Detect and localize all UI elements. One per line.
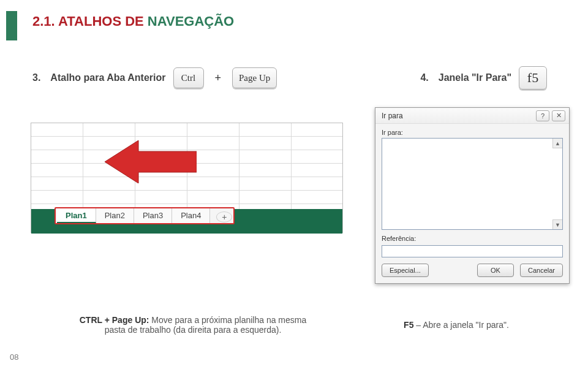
- scroll-up-icon[interactable]: ▲: [552, 139, 562, 148]
- sheet-tab[interactable]: Plan1: [57, 208, 96, 223]
- goto-listbox[interactable]: ▲ ▼: [382, 138, 563, 230]
- sheet-tab-area: Plan1 Plan2 Plan3 Plan4 +: [31, 209, 342, 234]
- sheet-tab[interactable]: Plan4: [172, 208, 210, 223]
- heading-highlight: NAVEGAÇÃO: [148, 13, 234, 29]
- key-pageup: Page Up: [232, 67, 277, 88]
- plus-sign: +: [215, 72, 222, 85]
- reference-label: Referência:: [382, 235, 563, 242]
- ok-button[interactable]: OK: [477, 264, 514, 277]
- sheet-tab-strip: Plan1 Plan2 Plan3 Plan4 +: [55, 207, 235, 224]
- shortcut-4-number: 4.: [420, 72, 428, 83]
- shortcut-3-number: 3.: [32, 72, 40, 83]
- dialog-button-row: Especial... OK Cancelar: [382, 264, 563, 277]
- page-number: 08: [10, 352, 18, 362]
- shortcut-3-label: Atalho para Aba Anterior: [50, 72, 165, 83]
- description-left: CTRL + Page Up: Move para a próxima plan…: [70, 315, 315, 335]
- left-arrow-icon: [105, 140, 197, 183]
- sheet-tab[interactable]: Plan3: [134, 208, 172, 223]
- dialog-body: Ir para: ▲ ▼ Referência: Especial... OK …: [375, 124, 569, 283]
- goto-list-label: Ir para:: [382, 129, 563, 136]
- description-right: F5 – Abre a janela "Ir para".: [386, 320, 527, 330]
- shortcut-prev-tab: 3. Atalho para Aba Anterior Ctrl + Page …: [32, 67, 277, 88]
- sheet-tab[interactable]: Plan2: [96, 208, 134, 223]
- reference-input[interactable]: [382, 245, 563, 257]
- section-accent-bar: [6, 11, 17, 40]
- key-ctrl: Ctrl: [173, 67, 204, 88]
- desc-right-bold: F5: [404, 320, 413, 330]
- desc-right-rest: – Abre a janela "Ir para".: [413, 320, 508, 330]
- cancel-button[interactable]: Cancelar: [520, 264, 563, 277]
- special-button[interactable]: Especial...: [382, 264, 429, 277]
- dialog-title: Ir para: [382, 112, 533, 120]
- spreadsheet-figure: Plan1 Plan2 Plan3 Plan4 +: [31, 123, 343, 233]
- section-heading: 2.1. ATALHOS DE NAVEGAÇÃO: [32, 13, 234, 29]
- scroll-down-icon[interactable]: ▼: [552, 219, 562, 229]
- add-sheet-button[interactable]: +: [216, 211, 232, 223]
- shortcut-4-label: Janela "Ir Para": [439, 72, 511, 83]
- desc-left-bold: CTRL + Page Up:: [80, 315, 149, 325]
- help-icon[interactable]: ?: [536, 110, 549, 121]
- spreadsheet-grid: [31, 123, 342, 209]
- heading-prefix: 2.1. ATALHOS DE: [32, 13, 148, 29]
- shortcut-row: 3. Atalho para Aba Anterior Ctrl + Page …: [32, 66, 571, 89]
- goto-dialog: Ir para ? ✕ Ir para: ▲ ▼ Referência: Esp…: [375, 107, 570, 284]
- key-f5: f5: [519, 66, 547, 89]
- dialog-titlebar: Ir para ? ✕: [375, 108, 569, 124]
- close-icon[interactable]: ✕: [552, 110, 565, 121]
- shortcut-goto: 4. Janela "Ir Para" f5: [420, 66, 547, 89]
- svg-marker-0: [105, 140, 197, 183]
